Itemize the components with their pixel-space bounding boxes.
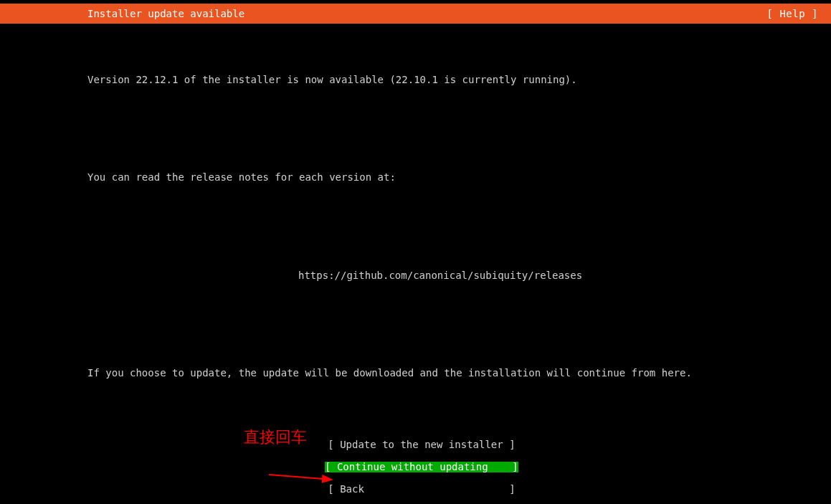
version-info-line: Version 22.12.1 of the installer is now … bbox=[87, 70, 831, 90]
action-buttons: [ Update to the new installer ] [ Contin… bbox=[0, 429, 831, 495]
page-title: Installer update available bbox=[87, 8, 244, 19]
continue-without-updating-button[interactable]: [ Continue without updating ] bbox=[325, 462, 518, 472]
titlebar: Installer update available [ Help ] bbox=[0, 4, 831, 24]
release-notes-intro: You can read the release notes for each … bbox=[87, 168, 831, 187]
help-button[interactable]: [ Help ] bbox=[767, 8, 818, 19]
update-installer-button[interactable]: [ Update to the new installer ] bbox=[328, 439, 515, 450]
back-button[interactable]: [ Back ] bbox=[328, 484, 515, 495]
release-notes-url: https://github.com/canonical/subiquity/r… bbox=[87, 266, 831, 285]
content-area: Version 22.12.1 of the installer is now … bbox=[0, 24, 831, 403]
update-info-line: If you choose to update, the update will… bbox=[87, 363, 831, 383]
